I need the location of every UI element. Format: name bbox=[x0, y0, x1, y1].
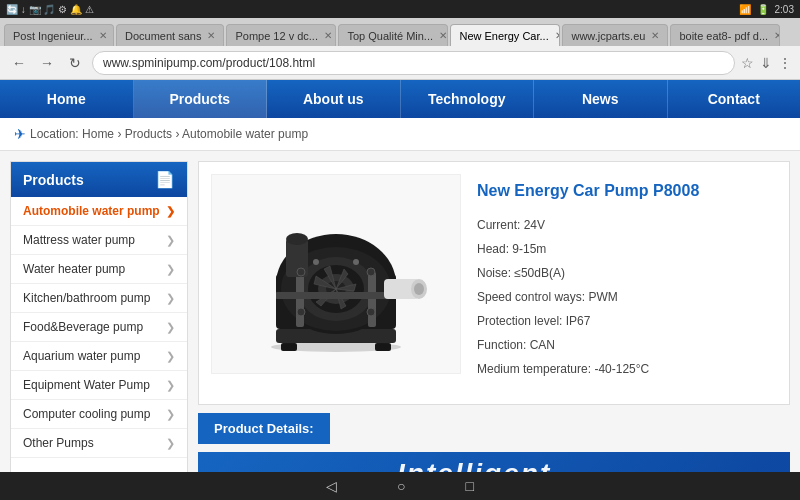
nav-news[interactable]: News bbox=[534, 80, 668, 118]
download-icon[interactable]: ⇓ bbox=[760, 55, 772, 71]
chevron-icon-7: ❯ bbox=[166, 408, 175, 421]
tab-3[interactable]: Top Qualité Min... ✕ bbox=[338, 24, 448, 46]
svg-point-20 bbox=[297, 308, 305, 316]
time-display: 2:03 bbox=[775, 4, 794, 15]
chevron-icon-2: ❯ bbox=[166, 263, 175, 276]
sidebar: Products 📄 Automobile water pump ❯ Mattr… bbox=[10, 161, 188, 500]
sidebar-item-equipment[interactable]: Equipment Water Pump ❯ bbox=[11, 371, 187, 400]
spec-function: Function: CAN bbox=[477, 336, 777, 354]
spec-current: Current: 24V bbox=[477, 216, 777, 234]
sidebar-doc-icon: 📄 bbox=[155, 170, 175, 189]
sidebar-title-text: Products bbox=[23, 172, 84, 188]
svg-rect-10 bbox=[296, 272, 304, 327]
tab-0[interactable]: Post Ingenieur... ✕ bbox=[4, 24, 114, 46]
tab-2[interactable]: Pompe 12 v dc... ✕ bbox=[226, 24, 336, 46]
android-back-button[interactable]: ◁ bbox=[326, 478, 337, 494]
svg-point-17 bbox=[286, 233, 308, 245]
chevron-icon-3: ❯ bbox=[166, 292, 175, 305]
spec-temperature: Medium temperature: -40-125°C bbox=[477, 360, 777, 378]
nav-contact[interactable]: Contact bbox=[668, 80, 801, 118]
svg-point-21 bbox=[367, 308, 375, 316]
menu-icon[interactable]: ⋮ bbox=[778, 55, 792, 71]
tab-5[interactable]: www.jcparts.eu ✕ bbox=[562, 24, 668, 46]
svg-point-19 bbox=[367, 268, 375, 276]
product-area: New Energy Car Pump P8008 Current: 24V H… bbox=[188, 151, 800, 500]
breadcrumb-icon: ✈ bbox=[14, 126, 26, 142]
sidebar-item-other[interactable]: Other Pumps ❯ bbox=[11, 429, 187, 458]
svg-rect-12 bbox=[276, 292, 396, 299]
breadcrumb-text: Location: Home › Products › Automobile w… bbox=[30, 127, 308, 141]
sidebar-item-mattress[interactable]: Mattress water pump ❯ bbox=[11, 226, 187, 255]
svg-point-15 bbox=[414, 283, 424, 295]
sidebar-title: Products 📄 bbox=[11, 162, 187, 197]
bookmark-icon[interactable]: ☆ bbox=[741, 55, 754, 71]
product-details-section: Product Details: bbox=[198, 413, 790, 444]
svg-point-22 bbox=[313, 259, 319, 265]
chevron-icon-0: ❯ bbox=[166, 205, 175, 218]
product-info: New Energy Car Pump P8008 Current: 24V H… bbox=[477, 174, 777, 392]
tab-close-2[interactable]: ✕ bbox=[324, 30, 332, 41]
address-bar: ← → ↻ www.spminipump.com/product/108.htm… bbox=[0, 46, 800, 80]
content-area: Products 📄 Automobile water pump ❯ Mattr… bbox=[0, 151, 800, 500]
url-bar[interactable]: www.spminipump.com/product/108.html bbox=[92, 51, 735, 75]
tab-close-3[interactable]: ✕ bbox=[439, 30, 447, 41]
refresh-button[interactable]: ↻ bbox=[64, 52, 86, 74]
sidebar-item-kitchen[interactable]: Kitchen/bathroom pump ❯ bbox=[11, 284, 187, 313]
svg-rect-11 bbox=[368, 272, 376, 327]
spec-head: Head: 9-15m bbox=[477, 240, 777, 258]
product-image bbox=[211, 174, 461, 374]
spec-speed: Speed control ways: PWM bbox=[477, 288, 777, 306]
tab-close-1[interactable]: ✕ bbox=[207, 30, 215, 41]
product-title: New Energy Car Pump P8008 bbox=[477, 182, 777, 200]
android-home-button[interactable]: ○ bbox=[397, 478, 405, 494]
sidebar-item-automobile[interactable]: Automobile water pump ❯ bbox=[11, 197, 187, 226]
tab-4[interactable]: New Energy Car... ✕ bbox=[450, 24, 560, 46]
main-nav: Home Products About us Technology News C… bbox=[0, 80, 800, 118]
url-text: www.spminipump.com/product/108.html bbox=[103, 56, 315, 70]
tab-1[interactable]: Document sans ✕ bbox=[116, 24, 224, 46]
svg-point-18 bbox=[297, 268, 305, 276]
wifi-icon: 📶 bbox=[739, 4, 751, 15]
android-recents-button[interactable]: □ bbox=[466, 478, 474, 494]
tab-close-4[interactable]: ✕ bbox=[555, 30, 561, 41]
forward-button[interactable]: → bbox=[36, 52, 58, 74]
chevron-icon-8: ❯ bbox=[166, 437, 175, 450]
status-icons: 🔄 ↓ 📷 🎵 ⚙ 🔔 ⚠ bbox=[6, 4, 94, 15]
chevron-icon-4: ❯ bbox=[166, 321, 175, 334]
pump-svg bbox=[226, 184, 446, 364]
svg-point-23 bbox=[353, 259, 359, 265]
status-bar-right: 📶 🔋 2:03 bbox=[739, 4, 794, 15]
nav-home[interactable]: Home bbox=[0, 80, 134, 118]
tab-6[interactable]: boite eat8- pdf d... ✕ bbox=[670, 24, 780, 46]
sidebar-item-heater[interactable]: Water heater pump ❯ bbox=[11, 255, 187, 284]
spec-noise: Noise: ≤50dB(A) bbox=[477, 264, 777, 282]
product-details-button[interactable]: Product Details: bbox=[198, 413, 330, 444]
nav-about[interactable]: About us bbox=[267, 80, 401, 118]
tab-close-0[interactable]: ✕ bbox=[99, 30, 107, 41]
sidebar-item-computer[interactable]: Computer cooling pump ❯ bbox=[11, 400, 187, 429]
chevron-icon-1: ❯ bbox=[166, 234, 175, 247]
sidebar-item-aquarium[interactable]: Aquarium water pump ❯ bbox=[11, 342, 187, 371]
breadcrumb: ✈ Location: Home › Products › Automobile… bbox=[0, 118, 800, 151]
address-icons: ☆ ⇓ ⋮ bbox=[741, 55, 792, 71]
nav-products[interactable]: Products bbox=[134, 80, 268, 118]
svg-point-24 bbox=[271, 342, 401, 352]
tab-close-5[interactable]: ✕ bbox=[651, 30, 659, 41]
spec-protection: Protection level: IP67 bbox=[477, 312, 777, 330]
sidebar-item-food[interactable]: Food&Beverage pump ❯ bbox=[11, 313, 187, 342]
tab-close-6[interactable]: ✕ bbox=[774, 30, 780, 41]
product-card: New Energy Car Pump P8008 Current: 24V H… bbox=[198, 161, 790, 405]
tab-bar: Post Ingenieur... ✕ Document sans ✕ Pomp… bbox=[0, 18, 800, 46]
chevron-icon-6: ❯ bbox=[166, 379, 175, 392]
android-nav: ◁ ○ □ bbox=[0, 472, 800, 500]
battery-icon: 🔋 bbox=[757, 4, 769, 15]
status-bar-left: 🔄 ↓ 📷 🎵 ⚙ 🔔 ⚠ bbox=[6, 4, 94, 15]
status-bar: 🔄 ↓ 📷 🎵 ⚙ 🔔 ⚠ 📶 🔋 2:03 bbox=[0, 0, 800, 18]
nav-technology[interactable]: Technology bbox=[401, 80, 535, 118]
chevron-icon-5: ❯ bbox=[166, 350, 175, 363]
back-button[interactable]: ← bbox=[8, 52, 30, 74]
